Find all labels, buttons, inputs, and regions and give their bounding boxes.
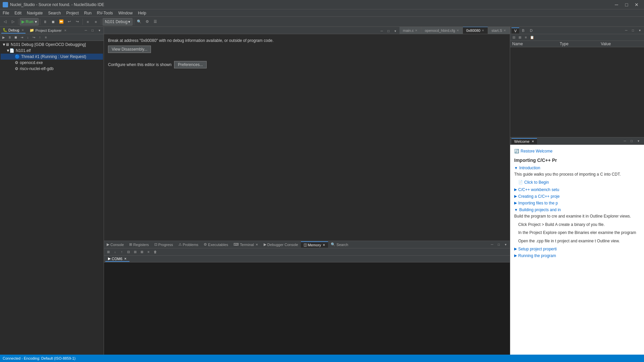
intro-link[interactable]: Introduction (519, 166, 540, 170)
toolbar-btn-1[interactable]: ⏸ (42, 18, 49, 25)
minimize-button[interactable]: ─ (612, 2, 621, 8)
project-tab-close[interactable]: ✕ (64, 29, 67, 32)
toolbar-btn-2[interactable]: ⏹ (50, 18, 57, 25)
toolbar-btn-8[interactable]: 🔍 (136, 18, 143, 25)
console-tb-3[interactable]: ↑ (119, 249, 125, 255)
menu-window[interactable]: Window (116, 10, 136, 16)
console-tb-1[interactable]: ⊞ (105, 249, 111, 255)
tab-start-s[interactable]: start.S ✕ (488, 27, 510, 34)
tree-elf-node[interactable]: ▼ 📄 N101.elf (1, 48, 103, 54)
menu-help[interactable]: Help (135, 10, 149, 16)
welcome-menu-btn[interactable]: ▾ (635, 138, 641, 144)
console-tab-console[interactable]: ▶ Console (104, 242, 126, 247)
debug-tab-close[interactable]: ✕ (21, 28, 24, 32)
view-disassembly-button[interactable]: View Disassembly... (108, 46, 151, 53)
tab-0x80080-close[interactable]: ✕ (482, 29, 484, 32)
debug-resume-btn[interactable]: ▶ (1, 35, 7, 41)
console-tab-terminal[interactable]: ⌨ Terminal ✕ (231, 242, 261, 247)
maximize-button[interactable]: □ (622, 2, 631, 8)
panel-menu-btn[interactable]: ▾ (96, 27, 102, 34)
console-tb-2[interactable]: ↓ (112, 249, 118, 255)
toolbar-btn-7[interactable]: ≡ (92, 18, 100, 25)
console-tb-7[interactable]: ≡ (146, 249, 152, 255)
welcome-maximize-btn[interactable]: □ (629, 138, 635, 144)
menu-rvtools[interactable]: RV-Tools (94, 10, 116, 16)
console-tb-4[interactable]: ⊟ (125, 249, 131, 255)
toolbar-btn-4[interactable]: ↩ (66, 18, 73, 25)
debug-disconnect-btn[interactable]: ⇥ (19, 35, 25, 41)
disassembly-tab[interactable]: D (527, 28, 535, 33)
vars-maximize-btn[interactable]: □ (630, 27, 636, 34)
welcome-tab-close[interactable]: ✕ (532, 140, 534, 143)
tab-main-c-close[interactable]: ✕ (415, 29, 418, 32)
variables-tab[interactable]: V (512, 27, 519, 34)
console-tb-8[interactable]: 🗑 (152, 249, 158, 255)
creating-link[interactable]: Creating a C/C++ proje (518, 194, 559, 199)
workbench-link[interactable]: C/C++ workbench setu (518, 187, 559, 192)
vars-sort-btn[interactable]: ≡ (523, 35, 529, 41)
console-tab-debugger-console[interactable]: ▶ Debugger Console (261, 242, 301, 247)
toolbar-btn-10[interactable]: ☰ (152, 18, 159, 25)
tree-gdb-node[interactable]: ⚙ riscv-nuclei-elf-gdb (1, 66, 103, 72)
console-tab-registers[interactable]: ⊞ Registers (126, 242, 151, 247)
breakpoints-tab[interactable]: B (519, 28, 527, 33)
click-to-begin-link[interactable]: Click to Begin (524, 180, 549, 185)
intro-arrow[interactable]: ▼ (514, 166, 518, 170)
importing-link[interactable]: Importing files to the p (518, 201, 558, 205)
workbench-arrow[interactable]: ▶ (514, 187, 517, 192)
menu-file[interactable]: File (0, 10, 12, 16)
debug-collapse-btn[interactable]: ≡ (43, 35, 49, 41)
preferences-button[interactable]: Preferences... (174, 61, 207, 68)
vars-collapse-btn[interactable]: ⊟ (511, 35, 517, 41)
run-dropdown-arrow[interactable]: ▾ (35, 19, 37, 24)
menu-run[interactable]: Run (82, 10, 94, 16)
debug-stop-btn[interactable]: ⏹ (13, 35, 19, 41)
building-link[interactable]: Building projects and in (519, 207, 561, 212)
tab-openocd-close[interactable]: ✕ (457, 29, 459, 32)
com6-tab[interactable]: ▶ COM6 ✕ (105, 256, 129, 262)
minimize-panel-btn[interactable]: ─ (83, 27, 89, 34)
terminal-close[interactable]: ✕ (256, 243, 258, 246)
menu-search[interactable]: Search (45, 10, 63, 16)
editor-menu-btn[interactable]: ▾ (392, 28, 398, 34)
importing-arrow[interactable]: ▶ (514, 201, 517, 205)
vars-menu-btn[interactable]: ▾ (637, 27, 643, 34)
welcome-tab[interactable]: Welcome ✕ (512, 138, 537, 144)
editor-minimize-btn[interactable]: ─ (379, 28, 385, 34)
console-maximize-btn[interactable]: □ (496, 242, 502, 248)
console-tb-5[interactable]: ⊞ (132, 249, 138, 255)
creating-arrow[interactable]: ▶ (514, 194, 517, 198)
debug-combo-arrow[interactable]: ▾ (128, 19, 130, 24)
debug-stepinto-btn[interactable]: ↓ (25, 35, 31, 41)
toolbar-btn-5[interactable]: ↪ (74, 18, 81, 25)
tab-0x80080[interactable]: 0x80080 ✕ (463, 27, 488, 34)
menu-navigate[interactable]: Navigate (24, 10, 45, 16)
setup-link[interactable]: Setup project properti (518, 247, 557, 251)
building-arrow[interactable]: ▼ (514, 208, 518, 212)
debug-combo[interactable]: N101 Debug ▾ (103, 18, 132, 25)
restore-welcome[interactable]: 🔄 Restore Welcome (514, 149, 640, 154)
tree-openocd-node[interactable]: ⚙ openocd.exe (1, 60, 103, 66)
welcome-minimize-btn[interactable]: ─ (622, 138, 628, 144)
tab-main-c[interactable]: main.c ✕ (399, 27, 421, 34)
menu-project[interactable]: Project (63, 10, 81, 16)
vars-minimize-btn[interactable]: ─ (623, 27, 629, 34)
console-tb-6[interactable]: ⊠ (139, 249, 145, 255)
editor-maximize-btn[interactable]: □ (385, 28, 391, 34)
tree-thread-node[interactable]: 🔵 Thread #1 (Running : User Request) (1, 54, 103, 60)
close-button[interactable]: ✕ (632, 2, 641, 8)
run-combo[interactable]: ▶ Run ▾ (20, 18, 39, 25)
vars-expand-btn[interactable]: ⊞ (517, 35, 523, 41)
toolbar-btn-3[interactable]: ⏩ (58, 18, 65, 25)
running-link[interactable]: Running the program (518, 253, 556, 258)
toolbar-btn-6[interactable]: ≡ (84, 18, 92, 25)
debug-stepover-btn[interactable]: ↪ (31, 35, 37, 41)
maximize-panel-btn[interactable]: □ (90, 27, 96, 34)
menu-edit[interactable]: Edit (12, 10, 24, 16)
setup-arrow[interactable]: ▶ (514, 247, 517, 251)
debug-suspend-btn[interactable]: ⏸ (7, 35, 13, 41)
vars-copy-btn[interactable]: 📋 (529, 35, 535, 41)
tab-start-s-close[interactable]: ✕ (503, 29, 506, 32)
console-tab-search[interactable]: 🔍 Search (328, 242, 351, 247)
console-minimize-btn[interactable]: ─ (489, 242, 495, 248)
